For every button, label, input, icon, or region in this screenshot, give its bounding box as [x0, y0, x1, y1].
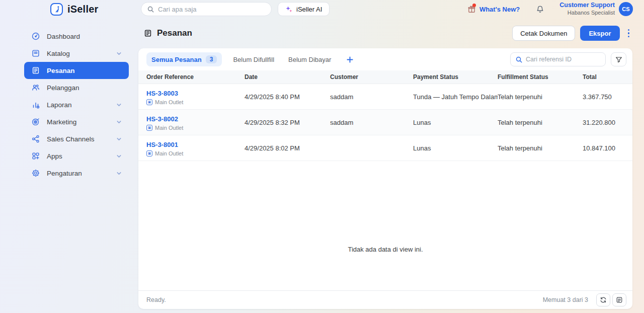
order-customer: saddam	[330, 93, 413, 101]
order-date: 4/29/2025 8:40 PM	[245, 93, 330, 101]
column-header[interactable]: Customer	[330, 73, 413, 81]
kebab-menu-icon[interactable]	[625, 27, 633, 40]
table-row[interactable]: HS-3-8003 ▣ Main Outlet 4/29/2025 8:40 P…	[138, 84, 632, 110]
order-reference-link[interactable]: HS-3-8002	[146, 115, 178, 123]
filter-icon	[615, 55, 623, 63]
tab-belum-difullfill[interactable]: Belum Difullfill	[233, 56, 274, 63]
column-header[interactable]: Fulfillment Status	[498, 73, 583, 81]
column-header[interactable]: Payment Status	[413, 73, 498, 81]
column-header[interactable]: Total	[583, 73, 624, 81]
form-icon	[616, 296, 623, 303]
global-search-input[interactable]	[158, 6, 265, 13]
marketing-icon	[31, 117, 40, 126]
sidebar-item-pesanan[interactable]: Pesanan	[24, 62, 129, 79]
store-icon: ▣	[146, 150, 152, 156]
reference-search[interactable]	[510, 52, 606, 66]
sidebar: Dashboard Katalog Pesanan Pelanggan Lapo…	[0, 18, 138, 313]
fulfillment-status: Telah terpenuhi	[498, 93, 583, 101]
loaded-info: Memuat 3 dari 3	[543, 296, 588, 303]
notifications-bell-button[interactable]	[536, 5, 544, 14]
store-icon: ▣	[146, 125, 152, 131]
sidebar-item-apps[interactable]: Apps	[24, 147, 129, 165]
apps-icon	[31, 151, 40, 161]
sidebar-item-label: Pelanggan	[47, 84, 79, 92]
chevron-down-icon	[116, 102, 122, 108]
print-documents-button[interactable]: Cetak Dokumen	[512, 26, 575, 41]
settings-icon	[31, 169, 40, 178]
sidebar-item-pelanggan[interactable]: Pelanggan	[24, 79, 129, 96]
table-row[interactable]: HS-3-8001 ▣ Main Outlet 4/29/2025 8:02 P…	[138, 135, 632, 161]
refresh-button[interactable]	[596, 293, 610, 306]
order-total: 3.367.750	[583, 93, 624, 101]
iseller-ai-button[interactable]: iSeller AI	[278, 2, 330, 16]
bell-icon	[536, 5, 544, 14]
notification-dot	[472, 4, 476, 7]
orders-icon	[31, 66, 40, 75]
outlet-line: ▣ Main Outlet	[146, 125, 245, 131]
sidebar-item-label: Pengaturan	[47, 170, 82, 177]
chevron-down-icon	[116, 51, 122, 56]
global-search[interactable]	[141, 2, 272, 16]
order-total: 31.220.800	[583, 119, 624, 126]
main-content: Pesanan Cetak Dokumen Ekspor Semua Pesan…	[138, 18, 644, 313]
avatar[interactable]: CS	[619, 2, 633, 16]
dashboard-icon	[31, 32, 40, 41]
view-settings-button[interactable]	[612, 293, 626, 306]
tabs-row: Semua Pesanan 3 Belum Difullfill Belum D…	[138, 48, 632, 70]
app-root: iSeller iSeller AI What's New?	[0, 0, 644, 313]
user-role: Habanos Specialist	[559, 10, 615, 17]
search-icon	[516, 56, 522, 63]
tab-label: Belum Difullfill	[233, 56, 274, 63]
export-button[interactable]: Ekspor	[580, 26, 619, 41]
outlet-line: ▣ Main Outlet	[146, 150, 245, 156]
status-text: Ready.	[146, 296, 166, 303]
outlet-line: ▣ Main Outlet	[146, 99, 245, 105]
order-reference-link[interactable]: HS-3-8003	[146, 90, 178, 97]
outlet-label: Main Outlet	[155, 125, 183, 131]
sidebar-item-katalog[interactable]: Katalog	[24, 45, 129, 62]
customers-icon	[31, 83, 40, 92]
order-date: 4/29/2025 8:32 PM	[245, 119, 330, 126]
sidebar-item-label: Apps	[47, 152, 62, 160]
payment-status: Lunas	[413, 144, 498, 152]
logo-text: iSeller	[67, 4, 98, 15]
table-header: Order Reference Date Customer Payment St…	[138, 70, 632, 84]
sparkles-icon	[285, 6, 293, 13]
channels-icon	[31, 134, 40, 143]
sidebar-item-dashboard[interactable]: Dashboard	[24, 28, 129, 45]
logo[interactable]: iSeller	[0, 3, 141, 16]
whats-new-button[interactable]: What's New?	[467, 5, 520, 14]
reports-icon	[31, 100, 40, 109]
add-view-button[interactable]	[346, 56, 354, 63]
sidebar-item-marketing[interactable]: Marketing	[24, 113, 129, 130]
table-row[interactable]: HS-3-8002 ▣ Main Outlet 4/29/2025 8:32 P…	[138, 110, 632, 135]
sidebar-item-label: Sales Channels	[47, 135, 95, 143]
tab-semua-pesanan[interactable]: Semua Pesanan 3	[146, 52, 222, 66]
sidebar-item-sales-channels[interactable]: Sales Channels	[24, 130, 129, 147]
tab-label: Belum Dibayar	[288, 56, 331, 63]
filter-button[interactable]	[611, 52, 626, 66]
order-reference-link[interactable]: HS-3-8001	[146, 141, 178, 148]
sidebar-item-pengaturan[interactable]: Pengaturan	[24, 165, 129, 182]
sidebar-item-laporan[interactable]: Laporan	[24, 96, 129, 113]
chevron-down-icon	[116, 153, 122, 159]
catalog-icon	[31, 49, 40, 58]
reference-search-input[interactable]	[526, 56, 600, 63]
sidebar-item-label: Katalog	[47, 50, 70, 57]
iseller-ai-label: iSeller AI	[296, 6, 322, 13]
search-icon	[147, 6, 154, 13]
user-menu[interactable]: Customer Support Habanos Specialist	[559, 2, 615, 16]
column-header[interactable]: Date	[245, 73, 330, 81]
tab-label: Semua Pesanan	[151, 56, 202, 63]
page-title: Pesanan	[157, 28, 192, 38]
sidebar-item-label: Dashboard	[47, 33, 80, 40]
column-header[interactable]: Order Reference	[146, 73, 245, 81]
tab-belum-dibayar[interactable]: Belum Dibayar	[288, 56, 331, 63]
chevron-down-icon	[116, 119, 122, 125]
outlet-label: Main Outlet	[155, 150, 183, 156]
iseller-logo-icon	[50, 3, 63, 16]
sidebar-item-label: Pesanan	[47, 67, 75, 74]
payment-status: Lunas	[413, 119, 498, 126]
outlet-label: Main Outlet	[155, 99, 183, 105]
empty-state-message: Tidak ada data di view ini.	[138, 246, 632, 253]
